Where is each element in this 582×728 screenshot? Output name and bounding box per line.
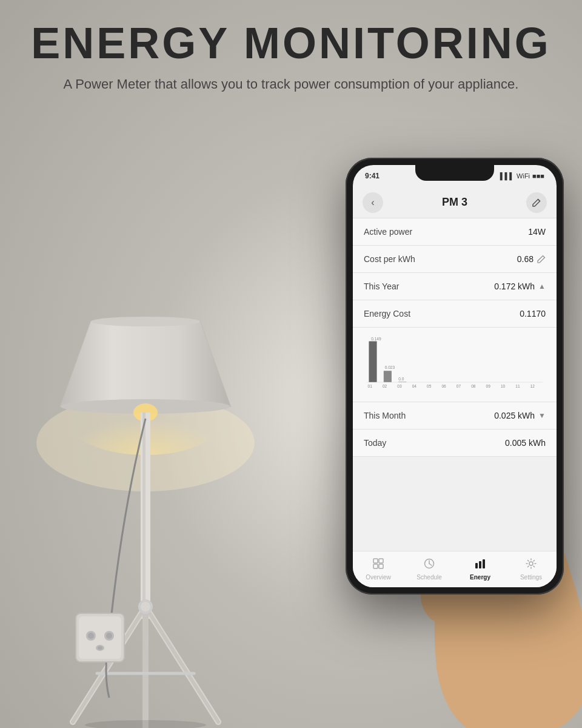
svg-text:01: 01 (368, 384, 373, 388)
svg-rect-61 (475, 563, 478, 568)
svg-text:0.149: 0.149 (371, 337, 381, 341)
svg-text:0.0: 0.0 (398, 377, 404, 381)
svg-point-16 (141, 602, 150, 612)
phone-frame: 9:41 ▌▌▌ WiFi ■■■ ‹ PM 3 (346, 158, 564, 595)
this-month-value: 0.025 kWh ▼ (494, 411, 546, 420)
energy-label: Energy (470, 574, 490, 581)
this-year-label: This Year (364, 281, 399, 291)
back-button[interactable]: ‹ (363, 192, 383, 213)
cost-kwh-label: Cost per kWh (364, 254, 415, 264)
svg-rect-19 (79, 616, 121, 659)
svg-text:10: 10 (501, 384, 506, 388)
phone-mockup: 9:41 ▌▌▌ WiFi ■■■ ‹ PM 3 (346, 158, 564, 595)
settings-icon (526, 558, 537, 572)
svg-text:06: 06 (441, 384, 446, 388)
this-year-chevron: ▲ (538, 282, 546, 291)
svg-text:05: 05 (427, 384, 432, 388)
overview-label: Overview (366, 574, 391, 581)
phone-screen: 9:41 ▌▌▌ WiFi ■■■ ‹ PM 3 (353, 165, 557, 587)
wifi-icon: WiFi (517, 172, 530, 180)
edit-button[interactable] (526, 192, 547, 213)
this-year-row[interactable]: This Year 0.172 kWh ▲ (353, 273, 557, 300)
svg-rect-29 (384, 371, 392, 382)
active-power-row: Active power 14W (353, 218, 557, 246)
page-subtitle: A Power Meter that allows you to track p… (0, 74, 582, 94)
svg-text:09: 09 (486, 384, 491, 388)
nav-settings[interactable]: Settings (506, 554, 557, 584)
svg-text:0.023: 0.023 (385, 365, 395, 369)
svg-point-17 (85, 720, 206, 728)
svg-point-23 (106, 633, 112, 639)
svg-text:07: 07 (457, 384, 461, 388)
signal-icon: ▌▌▌ (500, 172, 514, 180)
cost-edit-icon (537, 255, 546, 263)
svg-rect-57 (379, 564, 383, 568)
this-month-chevron: ▼ (538, 411, 546, 420)
app-title: PM 3 (442, 196, 467, 209)
svg-text:03: 03 (397, 384, 402, 388)
this-year-value: 0.172 kWh ▲ (494, 281, 546, 291)
edit-icon (532, 198, 541, 207)
battery-icon: ■■■ (532, 172, 544, 180)
svg-rect-56 (373, 564, 378, 568)
svg-rect-8 (142, 413, 146, 619)
app-content: Active power 14W Cost per kWh 0.68 This (353, 218, 557, 551)
svg-rect-54 (373, 559, 378, 563)
app-header: ‹ PM 3 (353, 187, 557, 218)
today-label: Today (364, 438, 386, 448)
lamp-illustration (0, 182, 291, 728)
this-month-label: This Month (364, 411, 406, 420)
schedule-label: Schedule (416, 574, 442, 581)
svg-point-25 (98, 646, 102, 650)
today-row: Today 0.005 kWh (353, 430, 557, 457)
wall-socket (73, 610, 127, 667)
header-section: ENERGY MONITORING A Power Meter that all… (0, 18, 582, 94)
svg-line-12 (146, 607, 218, 722)
energy-chart: 0.149 0.023 0.0 (364, 334, 546, 394)
svg-text:02: 02 (383, 384, 387, 388)
nav-overview[interactable]: Overview (353, 554, 404, 584)
active-power-value: 14W (528, 227, 546, 237)
svg-point-22 (88, 633, 94, 639)
energy-cost-row: Energy Cost 0.1170 (353, 300, 557, 328)
svg-point-4 (91, 317, 200, 326)
energy-cost-label: Energy Cost (364, 309, 410, 318)
svg-text:08: 08 (471, 384, 476, 388)
energy-chart-container: 0.149 0.023 0.0 (353, 328, 557, 402)
status-time: 9:41 (365, 172, 380, 180)
svg-text:12: 12 (530, 384, 535, 388)
svg-text:04: 04 (412, 384, 417, 388)
active-power-label: Active power (364, 227, 412, 237)
settings-label: Settings (520, 574, 542, 581)
status-icons: ▌▌▌ WiFi ■■■ (500, 172, 544, 180)
nav-energy[interactable]: Energy (455, 554, 506, 584)
page-title: ENERGY MONITORING (0, 18, 582, 68)
svg-point-64 (529, 562, 533, 565)
energy-icon (475, 558, 486, 572)
this-month-row[interactable]: This Month 0.025 kWh ▼ (353, 402, 557, 430)
cost-per-kwh-row[interactable]: Cost per kWh 0.68 (353, 246, 557, 273)
overview-icon (373, 558, 384, 572)
svg-text:11: 11 (515, 384, 520, 388)
svg-rect-27 (369, 342, 376, 383)
nav-schedule[interactable]: Schedule (404, 554, 455, 584)
svg-rect-55 (379, 559, 383, 563)
phone-notch (415, 165, 494, 181)
energy-cost-value: 0.1170 (520, 309, 546, 318)
schedule-icon (424, 558, 435, 572)
svg-rect-62 (479, 561, 481, 568)
cost-kwh-value: 0.68 (517, 254, 546, 264)
bottom-nav: Overview Schedule (353, 551, 557, 587)
today-value: 0.005 kWh (505, 438, 546, 448)
svg-rect-63 (483, 559, 485, 568)
svg-line-60 (429, 564, 432, 565)
